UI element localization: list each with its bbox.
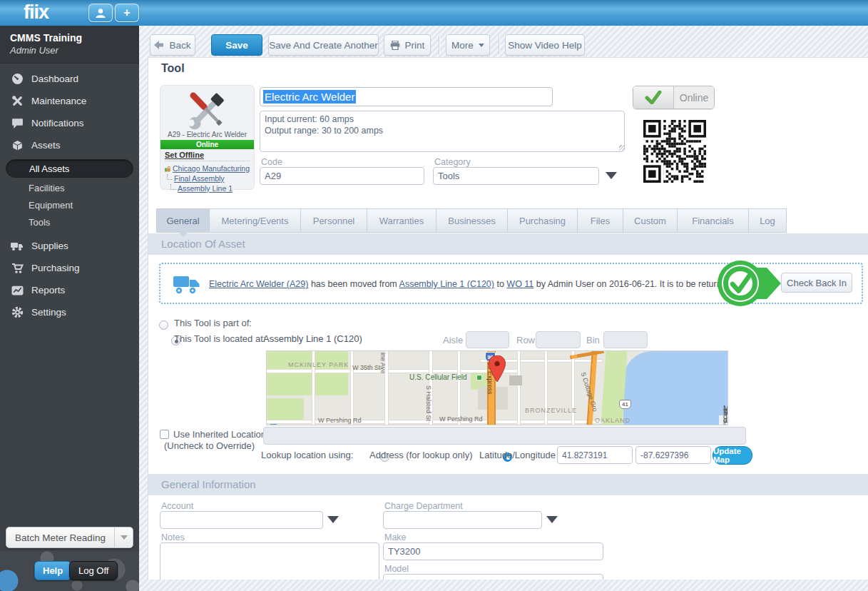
model-input[interactable] xyxy=(383,574,603,580)
longitude-input[interactable] xyxy=(635,446,711,464)
tab-metering-events[interactable]: Metering/Events xyxy=(209,208,300,233)
tree-link-line[interactable]: Assembly Line 1 xyxy=(178,184,233,193)
tab-log[interactable]: Log xyxy=(748,208,787,233)
aisle-input[interactable] xyxy=(466,331,509,348)
show-video-help-button[interactable]: Show Video Help xyxy=(505,34,585,56)
check-back-in-button[interactable]: Check Back In xyxy=(781,273,852,293)
code-label: Code xyxy=(261,157,282,167)
map-park xyxy=(266,350,348,395)
tab-personnel[interactable]: Personnel xyxy=(300,208,367,233)
sidebar-item-label: Maintenance xyxy=(31,96,86,106)
description-textarea[interactable]: Input current: 60 amps Output range: 30 … xyxy=(260,111,625,152)
sidebar-item-notifications[interactable]: Notifications xyxy=(0,112,139,134)
bin-input[interactable] xyxy=(603,331,648,348)
radio-part-of[interactable] xyxy=(159,320,168,330)
address-option-label: Address (for lookup only) xyxy=(369,450,473,460)
account-dropdown-icon[interactable] xyxy=(327,516,339,523)
map-label: MCKINLEY PARK xyxy=(288,361,349,368)
dashboard-icon xyxy=(11,73,24,85)
sidebar-item-settings[interactable]: Settings xyxy=(0,301,139,323)
user-icon xyxy=(95,8,106,19)
workorder-link[interactable]: WO 11 xyxy=(506,279,533,289)
account-input[interactable] xyxy=(160,511,323,529)
latitude-input[interactable] xyxy=(557,446,633,464)
sidebar-item-tools[interactable]: Tools xyxy=(0,213,139,231)
assets-submenu: All Assets Facilities Equipment Tools xyxy=(0,156,139,235)
code-input[interactable] xyxy=(260,167,424,185)
location-map[interactable]: MCKINLEY PARK W 35th St ine Ave U.S. Cel… xyxy=(266,350,728,425)
sidebar-item-purchasing[interactable]: Purchasing xyxy=(0,257,139,279)
add-button[interactable]: + xyxy=(115,4,139,22)
set-offline-link[interactable]: Set Offline xyxy=(165,151,204,159)
maintenance-icon xyxy=(11,95,24,107)
sidebar-item-label: Reports xyxy=(31,285,65,296)
tab-custom[interactable]: Custom xyxy=(623,208,677,233)
tab-warranties[interactable]: Warranties xyxy=(367,208,436,233)
check-badge-icon xyxy=(715,257,782,310)
tab-financials[interactable]: Financials xyxy=(677,208,748,233)
resize-grip[interactable] xyxy=(619,145,625,151)
notification-text: Electric Arc Welder (A29) has been moved… xyxy=(209,279,721,289)
name-input[interactable]: Electric Arc Welder xyxy=(260,87,553,106)
charge-department-input[interactable] xyxy=(383,511,542,529)
sidebar-item-dashboard[interactable]: Dashboard xyxy=(0,68,139,90)
purchasing-icon xyxy=(11,263,24,274)
org-name: CMMS Training xyxy=(10,32,129,44)
sidebar-item-reports[interactable]: Reports xyxy=(0,279,139,301)
route-41-shield: 41 xyxy=(619,400,631,409)
asset-link[interactable]: Electric Arc Welder (A29) xyxy=(209,279,308,289)
logoff-button[interactable]: Log Off xyxy=(69,561,118,580)
sidebar-item-all-assets[interactable]: All Assets xyxy=(6,159,133,178)
row-input[interactable] xyxy=(536,331,581,348)
inherited-location-input[interactable] xyxy=(263,427,746,445)
back-button[interactable]: Back xyxy=(150,34,195,56)
online-status-control[interactable]: Online xyxy=(633,86,715,109)
category-input[interactable] xyxy=(433,167,599,185)
asset-caption: A29 - Electric Arc Welder xyxy=(165,131,250,138)
online-check-segment[interactable] xyxy=(633,86,674,108)
toolbar-divider xyxy=(439,36,439,54)
sidebar-item-equipment[interactable]: Equipment xyxy=(0,196,139,213)
sidebar-item-maintenance[interactable]: Maintenance xyxy=(0,90,139,112)
map-park xyxy=(266,398,304,420)
save-and-create-another-button[interactable]: Save And Create Another xyxy=(268,34,379,56)
tree-link-area[interactable]: Final Assembly xyxy=(174,174,225,183)
save-button[interactable]: Save xyxy=(211,34,262,56)
update-map-button[interactable]: Update Map xyxy=(713,446,752,465)
use-inherited-location-checkbox[interactable] xyxy=(160,430,169,439)
supplies-icon xyxy=(11,241,24,251)
map-stadium-dot xyxy=(476,375,482,380)
tab-files[interactable]: Files xyxy=(577,208,623,233)
batch-meter-dropdown[interactable] xyxy=(114,527,133,547)
sidebar-item-facilities[interactable]: Facilities xyxy=(0,179,139,196)
tree-link-site[interactable]: Chicago Manufacturing xyxy=(173,164,250,173)
report-map-error-link[interactable]: Report a map error xyxy=(723,408,728,425)
tab-businesses[interactable]: Businesses xyxy=(436,208,507,233)
tab-purchasing[interactable]: Purchasing xyxy=(507,208,577,233)
charge-department-label: Charge Department xyxy=(384,501,463,511)
reports-icon xyxy=(11,285,24,296)
print-button[interactable]: Print xyxy=(384,34,431,56)
row-label: Row xyxy=(516,335,535,345)
sidebar-item-assets[interactable]: Assets xyxy=(0,134,139,156)
location-link[interactable]: Assembly Line 1 (C120) xyxy=(399,279,494,289)
toolbar-divider xyxy=(499,36,499,54)
asset-status-badge: Online xyxy=(160,140,254,149)
map-label: ine Ave xyxy=(379,353,387,373)
map-label: U.S. Cellular Field xyxy=(409,373,467,381)
charge-department-dropdown-icon[interactable] xyxy=(546,516,558,523)
sidebar-item-supplies[interactable]: Supplies xyxy=(0,235,139,257)
notes-textarea[interactable] xyxy=(160,542,379,580)
batch-meter-reading-button[interactable]: Batch Meter Reading xyxy=(6,527,133,548)
asset-panel: A29 - Electric Arc Welder Online Set Off… xyxy=(160,85,255,190)
profile-block: CMMS Training Admin User xyxy=(0,26,139,64)
more-button[interactable]: More xyxy=(446,34,490,56)
category-dropdown-icon[interactable] xyxy=(606,172,617,179)
help-button[interactable]: Help xyxy=(34,561,71,580)
map-pin-icon[interactable] xyxy=(489,355,506,383)
bin-label: Bin xyxy=(586,335,600,345)
user-menu-button[interactable] xyxy=(88,4,113,22)
section-location-of-asset: Location Of Asset xyxy=(148,233,868,255)
tab-general[interactable]: General xyxy=(156,208,209,233)
make-input[interactable] xyxy=(383,542,603,560)
